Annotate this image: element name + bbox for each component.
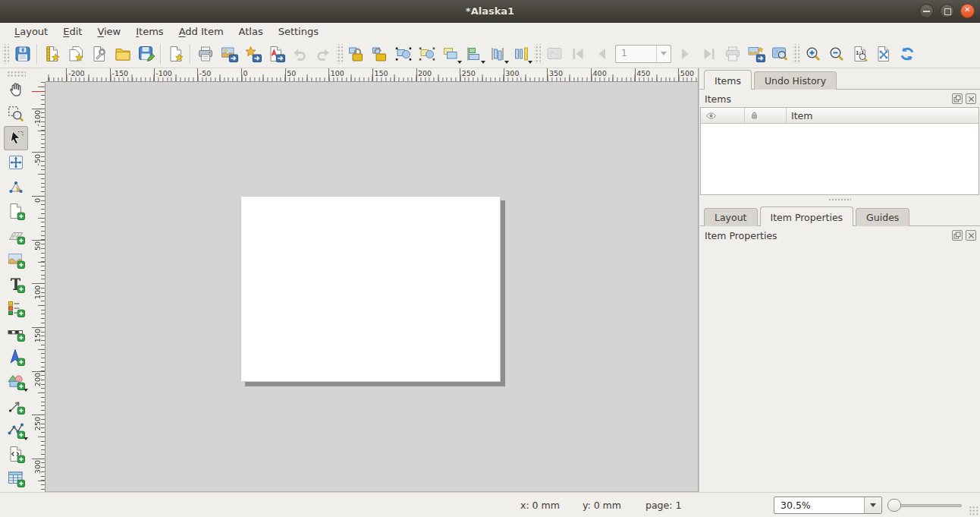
tab-item-properties[interactable]: Item Properties — [760, 206, 854, 226]
export-as-image-button[interactable] — [217, 43, 240, 65]
toolbar-drag-handle[interactable] — [336, 44, 343, 64]
layout-canvas[interactable] — [46, 82, 698, 492]
item-properties-dock-titlebar: Item Properties — [699, 226, 980, 244]
items-dock-float-button[interactable] — [952, 93, 963, 104]
undo-button[interactable] — [287, 43, 311, 65]
items-list-body[interactable] — [701, 124, 978, 194]
raise-items-button[interactable] — [438, 43, 462, 65]
export-atlas-button[interactable] — [744, 43, 768, 65]
new-layout-button[interactable] — [40, 43, 64, 65]
menu-settings[interactable]: Settings — [271, 24, 326, 39]
zoom-tool-button[interactable] — [4, 102, 28, 126]
add-north-arrow-button[interactable] — [4, 345, 28, 369]
add-html-button[interactable] — [4, 442, 28, 466]
redo-button[interactable] — [311, 43, 335, 65]
atlas-feature-spinbox[interactable]: 1 — [615, 45, 671, 63]
previous-feature-button[interactable] — [589, 43, 613, 65]
h-ruler-tick — [154, 68, 155, 82]
add-picture-button[interactable] — [4, 247, 28, 272]
pan-layout-button[interactable] — [4, 77, 28, 102]
item-properties-close-button[interactable] — [966, 230, 976, 241]
menu-edit[interactable]: Edit — [55, 24, 90, 39]
add-arrow-button[interactable] — [4, 393, 28, 418]
tab-layout[interactable]: Layout — [704, 208, 758, 226]
add-label-button[interactable] — [4, 272, 28, 296]
layout-manager-icon — [90, 45, 108, 63]
h-ruler-label: 0 — [243, 69, 248, 77]
move-item-content-button[interactable] — [4, 150, 28, 175]
menu-add-item[interactable]: Add Item — [171, 24, 231, 39]
layout-manager-button[interactable] — [87, 43, 111, 65]
dock-splitter-handle[interactable] — [699, 195, 980, 205]
horizontal-ruler[interactable]: -200-150-100-500501001502002503003504004… — [46, 68, 698, 82]
items-list-header: Item — [701, 108, 978, 124]
add-items-from-template-button[interactable] — [111, 43, 134, 65]
align-items-button[interactable] — [462, 43, 485, 65]
lock-selected-items-button[interactable] — [344, 43, 368, 65]
v-ruler-label: 50 — [33, 241, 42, 251]
print-layout-button[interactable] — [193, 43, 217, 65]
add-scalebar-button[interactable] — [4, 320, 28, 345]
toolbar-drag-handle[interactable] — [793, 44, 799, 64]
add-shape-icon — [7, 372, 25, 390]
layout-page[interactable] — [240, 196, 501, 382]
edit-nodes-item-button[interactable] — [4, 175, 28, 199]
resize-items-button[interactable] — [509, 43, 532, 65]
toolbar-drag-handle[interactable] — [2, 44, 9, 64]
export-as-svg-button[interactable] — [240, 43, 264, 65]
export-as-pdf-button[interactable] — [264, 43, 287, 65]
atlas-settings-button[interactable] — [768, 43, 791, 65]
toolbar-drag-handle[interactable] — [534, 44, 541, 64]
menu-layout[interactable]: Layout — [7, 24, 55, 39]
menu-items[interactable]: Items — [128, 24, 171, 39]
add-node-item-button[interactable] — [4, 418, 28, 442]
distribute-items-button[interactable] — [485, 43, 509, 65]
select-all-items-button[interactable] — [391, 43, 415, 65]
zoom-in-button[interactable] — [801, 43, 825, 65]
item-column-header: Item — [787, 108, 978, 123]
maximize-button[interactable] — [940, 4, 954, 18]
preview-atlas-button[interactable] — [542, 43, 566, 65]
first-feature-button[interactable] — [566, 43, 589, 65]
toolbox-drag-handle[interactable] — [6, 70, 26, 77]
print-atlas-button[interactable] — [721, 43, 744, 65]
menu-atlas[interactable]: Atlas — [231, 24, 271, 39]
zoom-combo-dropdown-button[interactable] — [864, 497, 881, 513]
deselect-all-items-button[interactable] — [415, 43, 438, 65]
add-3d-map-button[interactable] — [4, 223, 28, 247]
v-ruler-tick — [32, 459, 46, 459]
tab-items[interactable]: Items — [704, 70, 752, 90]
save-project-button[interactable] — [11, 43, 34, 65]
next-feature-button[interactable] — [674, 43, 697, 65]
add-attribute-table-button[interactable] — [4, 466, 28, 490]
new-page-button[interactable] — [164, 43, 187, 65]
unlock-all-items-button[interactable] — [368, 43, 391, 65]
item-properties-float-button[interactable] — [952, 230, 963, 241]
minimize-button[interactable] — [919, 4, 934, 18]
items-dock-close-button[interactable] — [966, 93, 976, 104]
zoom-slider[interactable] — [894, 504, 962, 507]
vertical-ruler[interactable]: -100-50050100150200250300 — [32, 82, 46, 492]
menu-view[interactable]: View — [90, 24, 128, 39]
close-button[interactable] — [960, 4, 975, 18]
new-layout-icon — [43, 45, 61, 63]
zoom-actual-size-button[interactable]: 1:1 — [848, 43, 872, 65]
atlas-settings-icon — [771, 45, 789, 63]
add-shape-button[interactable] — [4, 369, 28, 393]
add-legend-button[interactable] — [4, 296, 28, 320]
last-feature-button[interactable] — [697, 43, 721, 65]
zoom-out-button[interactable] — [825, 43, 848, 65]
window-resize-grip[interactable] — [969, 506, 978, 515]
zoom-slider-handle[interactable] — [887, 499, 901, 512]
lock-icon — [749, 110, 759, 121]
zoom-full-extent-button[interactable] — [872, 43, 895, 65]
zoom-level-combobox[interactable]: 30.5% — [774, 497, 882, 514]
tab-guides[interactable]: Guides — [856, 208, 909, 226]
duplicate-layout-button[interactable] — [64, 43, 87, 65]
add-map-button[interactable] — [4, 199, 28, 223]
tab-undo-history[interactable]: Undo History — [754, 71, 837, 90]
select-move-item-button[interactable] — [4, 126, 28, 150]
refresh-view-button[interactable] — [895, 43, 919, 65]
save-as-template-button[interactable] — [134, 43, 158, 65]
items-list[interactable]: Item — [700, 107, 979, 195]
